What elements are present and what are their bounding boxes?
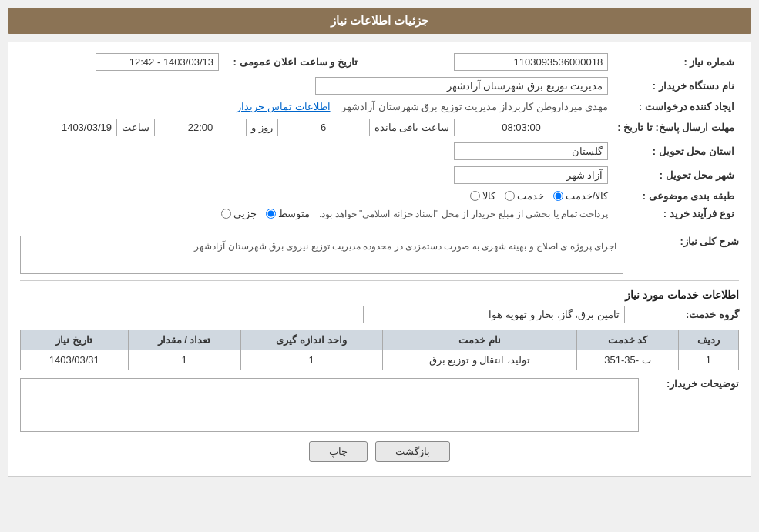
td-vahed: 1 [240,350,382,370]
shahr-label: شهر محل تحویل : [613,163,739,187]
radio-motavaset[interactable]: متوسط [266,208,310,219]
shahr-value: آزاد شهر [20,163,613,187]
ostan-field: گلستان [454,142,608,160]
radio-kala-khadamat-input[interactable] [553,191,563,201]
divider-1 [20,229,739,229]
tawzih-textarea[interactable] [20,378,639,432]
ostan-label: استان محل تحویل : [613,139,739,163]
td-radif: 1 [678,350,738,370]
mohlat-saat-field: 22:00 [154,119,247,136]
radio-kala[interactable]: کالا [470,190,495,202]
mohlat-saat-label: ساعت [122,122,149,133]
radio-khadamat-input[interactable] [505,191,515,201]
goroh-khadamat-label: گروه خدمت: [631,309,739,320]
sharh-section: شرح کلی نیاز: اجرای پروژه ی اصلاح و بهین… [20,236,739,274]
nam-dastgah-field: مدیریت توزیع برق شهرستان آزادشهر [315,77,608,95]
ostan-value: گلستان [20,139,613,163]
th-radif: ردیف [678,330,738,350]
mohlat-label: مهلت ارسال پاسخ: تا تاریخ : [613,115,739,139]
page-header: جزئیات اطلاعات نیاز [8,8,751,34]
page-container: جزئیات اطلاعات نیاز شماره نیاز : 1103093… [0,0,759,532]
ijad-konande-value: مهدی میرداروطن کاربرداز مدیریت توزیع برق… [20,98,613,115]
shomara-niaz-value: 1103093536000018 [362,50,613,74]
goroh-khadamat-row: گروه خدمت: تامین برق، گاز، بخار و تهویه … [20,306,739,323]
mohlat-date-field: 1403/03/19 [25,119,117,136]
mohlat-baqi-label: ساعت باقی مانده [374,122,449,133]
table-row: 1ت -35-351تولید، انتقال و توزیع برق11140… [21,350,739,370]
tabaqe-label: طبقه بندی موضوعی : [613,187,739,205]
tawzih-label: توضیحات خریدار: [646,378,739,390]
radio-khadamat-label: خدمت [517,190,544,202]
bazgasht-button[interactable]: بازگشت [375,441,450,462]
td-kod: ت -35-351 [577,350,679,370]
tarikh-label: تاریخ و ساعت اعلان عمومی : [223,50,362,74]
now-farayand-value: پرداخت تمام یا بخشی از مبلغ خریدار از مح… [20,205,613,223]
mohlat-value: 08:03:00 ساعت باقی مانده 6 روز و 22:00 س… [20,115,613,139]
radio-khadamat[interactable]: خدمت [505,190,544,202]
radio-motavaset-input[interactable] [266,209,276,219]
main-card: شماره نیاز : 1103093536000018 تاریخ و سا… [8,42,751,477]
th-vahed: واحد اندازه گیری [240,330,382,350]
mohlat-rooz-field: 6 [277,119,370,136]
radio-jozii-label: جزیی [233,208,257,219]
radio-jozii-input[interactable] [221,209,231,219]
khadamat-section-title: اطلاعات خدمات مورد نیاز [20,289,739,301]
farayand-description: پرداخت تمام یا بخشی از مبلغ خریدار از مح… [319,209,608,219]
nam-dastgah-value: مدیریت توزیع برق شهرستان آزادشهر [20,74,613,98]
shomara-niaz-label: شماره نیاز : [613,50,739,74]
chap-button[interactable]: چاپ [309,441,368,462]
th-kod: کد خدمت [577,330,679,350]
radio-kala-label: کالا [482,190,495,202]
td-tarikh: 1403/03/31 [21,350,129,370]
td-nam: تولید، انتقال و توزیع برق [382,350,576,370]
mohlat-baqi-field: 08:03:00 [454,119,546,136]
services-table: ردیف کد خدمت نام خدمت واحد اندازه گیری ت… [20,330,739,370]
sharh-label: شرح کلی نیاز: [631,236,739,247]
tawzih-section: توضیحات خریدار: [20,378,739,432]
divider-2 [20,280,739,281]
nam-dastgah-label: نام دستگاه خریدار : [613,74,739,98]
now-farayand-label: نوع فرآیند خرید : [613,205,739,223]
radio-kala-input[interactable] [470,191,480,201]
tabaqe-radio: کالا/خدمت خدمت کالا [20,187,613,205]
header-title: جزئیات اطلاعات نیاز [331,14,428,27]
top-info-table: شماره نیاز : 1103093536000018 تاریخ و سا… [20,50,739,223]
th-tedad: تعداد / مقدار [128,330,240,350]
ettelaat-tamas-link[interactable]: اطلاعات تماس خریدار [237,101,330,112]
radio-kala-khadamat-label: کالا/خدمت [566,190,609,202]
tarikh-field: 1403/03/13 - 12:42 [96,53,219,71]
th-nam: نام خدمت [382,330,576,350]
mohlat-rooz-label: روز و [251,122,273,133]
radio-jozii[interactable]: جزیی [221,208,257,219]
ijad-konande-text: مهدی میرداروطن کاربرداز مدیریت توزیع برق… [341,101,608,112]
td-tedad: 1 [128,350,240,370]
radio-motavaset-label: متوسط [278,208,310,219]
th-tarikh: تاریخ نیاز [21,330,129,350]
tarikh-value: 1403/03/13 - 12:42 [20,50,223,74]
radio-kala-khadamat[interactable]: کالا/خدمت [553,190,609,202]
shomara-niaz-field: 1103093536000018 [454,53,608,71]
button-row: بازگشت چاپ [20,441,739,462]
ijad-konande-label: ایجاد کننده درخواست : [613,98,739,115]
sharh-value: اجرای پروژه ی اصلاح و بهینه شهری به صورت… [20,236,623,274]
shahr-field: آزاد شهر [454,166,608,184]
goroh-khadamat-field: تامین برق، گاز، بخار و تهویه هوا [363,306,625,323]
